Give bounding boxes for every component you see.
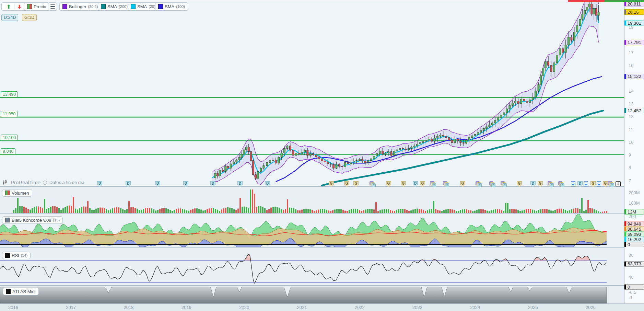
arrow-down-icon[interactable]: ⬇ (17, 4, 22, 9)
dividend-marker[interactable]: D (210, 181, 215, 187)
indicator-sma100-button[interactable]: SMA (100) (155, 2, 188, 11)
axis-tick: 8 (629, 165, 631, 170)
dividend-marker[interactable]: D (530, 181, 536, 187)
rsi-legend-button[interactable]: RSI (14) (2, 252, 31, 259)
axis-tick: 16 (629, 63, 633, 68)
indicator-label: SMA (165, 4, 174, 9)
earnings-marker[interactable]: G (538, 181, 543, 187)
earnings-marker[interactable]: G (420, 181, 425, 187)
dividend-marker[interactable]: D (155, 181, 160, 187)
indicator-param: (100) (176, 4, 185, 9)
arrow-up-icon[interactable]: ⬆ (7, 4, 11, 9)
watermark-brand: ProRealTime (11, 180, 40, 185)
axis-tick: -0,5 (629, 290, 636, 295)
koncorde-panel[interactable] (0, 214, 624, 247)
indicator-label: SMA (137, 4, 147, 9)
watermark-datatype: Datos a fin de día (49, 180, 84, 185)
dividend-marker[interactable]: D (97, 181, 102, 187)
indicator-label: SMA (107, 4, 117, 9)
news-marker[interactable] (597, 181, 601, 186)
price-axis-column[interactable] (624, 0, 644, 303)
earnings-marker[interactable]: G (386, 181, 391, 187)
comments-marker[interactable]: ≡ (443, 181, 449, 187)
info-marker[interactable]: i (616, 181, 621, 186)
price-level-label[interactable]: 11,950 (1, 111, 17, 117)
axis-value-badge: 69,093 (624, 231, 644, 237)
atlas-color-icon (6, 289, 11, 294)
axis-tick: 14 (629, 88, 633, 93)
dividend-marker[interactable]: D (577, 181, 583, 187)
year-label: 2023 (412, 305, 422, 310)
axis-tick: 7 (629, 178, 631, 183)
panel-separator (0, 214, 624, 214)
news-marker[interactable] (571, 181, 575, 186)
axis-value-badge: 17,791 (624, 40, 644, 45)
earnings-marker[interactable]: G (517, 181, 522, 187)
volume-legend-button[interactable]: Volumen (2, 189, 32, 197)
comments-marker[interactable]: ≡ (548, 181, 554, 187)
earnings-marker[interactable]: G (603, 181, 608, 187)
year-label: 2025 (528, 305, 538, 310)
axis-value-badge: 0 (624, 242, 644, 247)
dividend-marker[interactable]: D (413, 181, 418, 187)
watermark: ProRealTime Datos a fin de día (3, 180, 84, 185)
radio-icon (43, 181, 47, 185)
sma200-color-icon (101, 4, 106, 9)
indicator-list-button[interactable] (48, 2, 57, 11)
atlas-legend-label: ATLAS Mini (12, 289, 36, 294)
sma100-color-icon (158, 4, 163, 9)
bollinger-color-icon (62, 4, 67, 9)
year-label: 2020 (239, 305, 249, 310)
indicator-sma20-button[interactable]: SMA (20) (128, 2, 159, 11)
atlas-legend-button[interactable]: ATLAS Mini (3, 288, 39, 295)
price-button[interactable]: Precio (24, 2, 49, 11)
indicator-param: (200) (119, 4, 128, 9)
comments-marker[interactable]: ≡ (489, 181, 495, 187)
scroll-buttons[interactable]: ⬆ ⬇ (1, 2, 27, 11)
dividend-marker[interactable]: D (265, 181, 270, 187)
price-level-label[interactable]: 10,100 (1, 135, 18, 141)
comments-marker[interactable]: ≡ (608, 181, 614, 187)
dividend-marker[interactable]: D (183, 181, 188, 187)
comments-marker[interactable]: ≡ (558, 181, 564, 187)
year-label: 2024 (470, 305, 480, 310)
comments-marker[interactable]: ≡ (430, 181, 436, 187)
axis-tick: 9 (629, 152, 631, 158)
earnings-marker[interactable]: G (344, 181, 349, 187)
earnings-marker[interactable]: G (329, 181, 334, 187)
news-marker[interactable] (584, 181, 588, 186)
koncorde-legend-label: Blai5 Koncorde v.09 (12, 218, 51, 223)
earnings-marker[interactable]: G (590, 181, 596, 187)
year-label: 2016 (8, 305, 18, 310)
dividend-marker[interactable]: D (237, 181, 243, 187)
earnings-marker[interactable]: G (401, 181, 406, 187)
koncorde-legend-button[interactable]: Blai5 Koncorde v.09 (15) (2, 216, 63, 224)
koncorde-color-icon (5, 218, 10, 222)
time-axis[interactable] (0, 303, 644, 311)
axis-tick: 13 (629, 101, 633, 106)
koncorde-legend-param: (15) (53, 218, 60, 222)
price-level-label[interactable]: 13,490 (1, 91, 18, 97)
atlas-panel[interactable] (0, 285, 624, 303)
timeframe-badge-daily[interactable]: D:24D (1, 14, 18, 21)
timeframe-badge-graph[interactable]: G:1D (22, 14, 37, 21)
comments-marker[interactable]: ≡ (370, 181, 376, 187)
earnings-marker[interactable]: G (353, 181, 359, 187)
earnings-marker[interactable]: G (460, 181, 465, 187)
indicator-bollinger-button[interactable]: Bollinger (20 2) (59, 2, 101, 11)
sell-strip[interactable] (568, 0, 605, 2)
price-level-label[interactable]: 9,040 (1, 148, 15, 154)
dividend-marker[interactable]: D (126, 181, 131, 187)
price-chart-panel[interactable] (0, 0, 624, 186)
year-label: 2018 (124, 305, 134, 310)
axis-value-badge: 12,457 (624, 108, 644, 113)
comments-marker[interactable]: ≡ (476, 181, 482, 187)
axis-tick: 12 (629, 114, 633, 119)
buy-strip[interactable] (605, 0, 644, 2)
indicator-sma200-button[interactable]: SMA (200) (98, 2, 131, 11)
volume-panel[interactable] (0, 186, 624, 214)
comments-marker[interactable]: ≡ (501, 181, 507, 187)
price-button-label: Precio (34, 4, 46, 9)
year-label: 2021 (297, 305, 307, 310)
rsi-panel[interactable] (0, 247, 624, 285)
